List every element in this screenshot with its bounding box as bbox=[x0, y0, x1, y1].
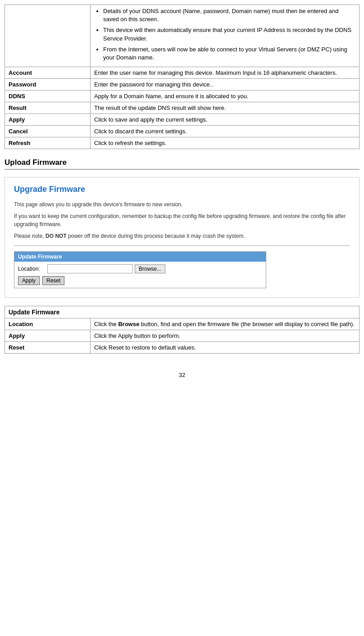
fw-title: Upgrade Firmware bbox=[14, 185, 350, 194]
result-label: Result bbox=[5, 102, 91, 114]
fw-update-box: Update Firmware Location: Browse... Appl… bbox=[14, 251, 266, 288]
ddns-desc: Apply for a Domain Name, and ensure it i… bbox=[91, 91, 359, 102]
table-row-cancel: Cancel Click to discard the current sett… bbox=[5, 126, 359, 137]
page-number: 32 bbox=[5, 372, 359, 378]
location-desc: Click the Browse button, find and open t… bbox=[91, 318, 359, 330]
fw-para3-bold: DO NOT bbox=[46, 233, 67, 239]
reset-label: Reset bbox=[5, 342, 91, 354]
apply2-desc: Click the Apply button to perform. bbox=[91, 330, 359, 342]
fw-location-label: Location: bbox=[18, 266, 47, 272]
table-row-apply: Apply Click to save and apply the curren… bbox=[5, 114, 359, 126]
bottom-table-header-row: Update Firmware bbox=[5, 306, 359, 318]
fw-buttons-row: Apply Reset bbox=[18, 276, 262, 285]
fw-reset-button[interactable]: Reset bbox=[42, 276, 64, 285]
table-row-result: Result The result of the update DNS resu… bbox=[5, 102, 359, 114]
reset-desc: Click Reset to restore to default values… bbox=[91, 342, 359, 354]
table-row-ddns: DDNS Apply for a Domain Name, and ensure… bbox=[5, 91, 359, 102]
fw-update-body: Location: Browse... Apply Reset bbox=[14, 262, 266, 288]
list-item: From the Internet, users will now be abl… bbox=[103, 45, 355, 62]
cancel-desc: Click to discard the current settings. bbox=[91, 126, 359, 137]
refresh-label: Refresh bbox=[5, 137, 91, 149]
apply-label: Apply bbox=[5, 114, 91, 126]
bottom-table-header: Update Firmware bbox=[5, 306, 359, 318]
fw-location-input[interactable] bbox=[47, 264, 133, 273]
fw-para3: Please note, DO NOT power off the device… bbox=[14, 232, 350, 240]
fw-para3-suffix: power off the device during this process… bbox=[67, 233, 245, 239]
cancel-label: Cancel bbox=[5, 126, 91, 137]
top-table: Details of your DDNS account (Name, pass… bbox=[5, 5, 359, 149]
account-desc: Enter the user name for managing this de… bbox=[91, 67, 359, 79]
ddns-label: DDNS bbox=[5, 91, 91, 102]
account-label: Account bbox=[5, 67, 91, 79]
password-label: Password bbox=[5, 79, 91, 91]
password-desc: Enter the password for managing this dev… bbox=[91, 79, 359, 91]
table-row-location: Location Click the Browse button, find a… bbox=[5, 318, 359, 330]
fw-body: This page allows you to upgrade this dev… bbox=[14, 200, 350, 240]
section-heading: Upload Firmware bbox=[5, 158, 359, 170]
fw-apply-button[interactable]: Apply bbox=[18, 276, 40, 285]
result-desc: The result of the update DNS result will… bbox=[91, 102, 359, 114]
refresh-desc: Click to refresh the settings. bbox=[91, 137, 359, 149]
bullet-label-cell bbox=[5, 5, 91, 67]
fw-update-header: Update Firmware bbox=[14, 252, 266, 262]
bottom-table: Update Firmware Location Click the Brows… bbox=[5, 306, 359, 354]
table-row-apply2: Apply Click the Apply button to perform. bbox=[5, 330, 359, 342]
table-row-bullets: Details of your DDNS account (Name, pass… bbox=[5, 5, 359, 67]
fw-divider bbox=[14, 245, 350, 246]
fw-para2: If you want to keep the current configur… bbox=[14, 212, 350, 228]
fw-para1: This page allows you to upgrade this dev… bbox=[14, 200, 350, 209]
table-row-reset: Reset Click Reset to restore to default … bbox=[5, 342, 359, 354]
firmware-screenshot: Upgrade Firmware This page allows you to… bbox=[5, 177, 359, 298]
fw-browse-button[interactable]: Browse... bbox=[135, 264, 165, 273]
table-row-account: Account Enter the user name for managing… bbox=[5, 67, 359, 79]
list-item: This device will then automatically ensu… bbox=[103, 26, 355, 42]
fw-location-row: Location: Browse... bbox=[18, 264, 262, 273]
fw-para3-prefix: Please note, bbox=[14, 233, 46, 239]
list-item: Details of your DDNS account (Name, pass… bbox=[103, 7, 355, 23]
bullet-desc-cell: Details of your DDNS account (Name, pass… bbox=[91, 5, 359, 67]
table-row-refresh: Refresh Click to refresh the settings. bbox=[5, 137, 359, 149]
table-row-password: Password Enter the password for managing… bbox=[5, 79, 359, 91]
location-label: Location bbox=[5, 318, 91, 330]
bullet-list: Details of your DDNS account (Name, pass… bbox=[94, 7, 355, 62]
apply2-label: Apply bbox=[5, 330, 91, 342]
page-wrapper: Details of your DDNS account (Name, pass… bbox=[0, 0, 364, 396]
apply-desc: Click to save and apply the current sett… bbox=[91, 114, 359, 126]
browse-bold: Browse bbox=[118, 321, 139, 327]
